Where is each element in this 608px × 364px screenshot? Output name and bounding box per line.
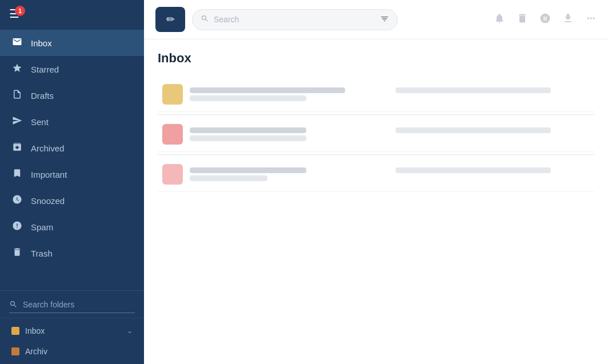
folder-item-archiv[interactable]: Archiv	[0, 341, 144, 362]
archived-label: Archived	[31, 143, 64, 153]
inbox-icon	[11, 37, 23, 49]
folder-inbox-label: Inbox	[25, 326, 45, 335]
notification-badge: 1	[15, 6, 25, 16]
snoozed-icon	[11, 194, 23, 207]
sidebar-item-trash[interactable]: Trash	[0, 240, 144, 266]
search-input[interactable]	[214, 15, 373, 24]
download-icon[interactable]	[562, 13, 574, 27]
avatar	[162, 164, 183, 185]
sidebar-item-spam[interactable]: Spam	[0, 214, 144, 240]
top-bar: ✏	[144, 0, 608, 39]
important-label: Important	[31, 170, 67, 179]
email-meta	[190, 127, 590, 141]
drafts-label: Drafts	[31, 91, 54, 101]
search-bar	[192, 9, 398, 30]
chevron-down-icon: ⌄	[127, 327, 133, 335]
folder-item-inbox[interactable]: Inbox ⌄	[0, 321, 144, 341]
sidebar-item-important[interactable]: Important	[0, 161, 144, 187]
top-bar-actions	[494, 13, 597, 27]
table-row[interactable]	[158, 77, 594, 112]
compose-icon: ✏	[166, 13, 175, 26]
snoozed-label: Snoozed	[31, 196, 65, 206]
avatar	[162, 124, 183, 145]
search-folders-container	[0, 290, 144, 318]
starred-label: Starred	[31, 65, 59, 74]
sidebar-item-archived[interactable]: Archived	[0, 135, 144, 161]
sidebar-item-drafts[interactable]: Drafts	[0, 82, 144, 109]
email-sender	[190, 127, 306, 133]
search-folders-wrapper	[9, 297, 135, 313]
inbox-content: Inbox	[144, 39, 608, 364]
search-folders-input[interactable]	[9, 297, 135, 313]
sidebar-item-snoozed[interactable]: Snoozed	[0, 187, 144, 214]
email-meta	[190, 87, 590, 101]
inbox-label: Inbox	[31, 38, 52, 48]
main-content: ✏	[144, 0, 608, 364]
email-sender	[190, 167, 306, 173]
folder-item-archiv-left: Archiv	[11, 347, 47, 356]
spam-label: Spam	[31, 222, 53, 232]
folder-archiv-label: Archiv	[25, 347, 47, 356]
sent-label: Sent	[31, 117, 49, 127]
avatar	[162, 84, 183, 105]
email-date	[395, 127, 551, 133]
filter-icon[interactable]	[380, 14, 389, 25]
trash-label: Trash	[31, 249, 53, 258]
archive-action-icon[interactable]	[517, 13, 528, 27]
email-subject	[190, 135, 306, 141]
compose-button[interactable]: ✏	[155, 7, 185, 32]
important-icon	[11, 168, 23, 181]
trash-icon	[11, 247, 23, 259]
nav-items: Inbox Starred Drafts Sent	[0, 27, 144, 290]
table-row[interactable]	[158, 157, 594, 192]
folder-color-archiv	[11, 347, 19, 355]
email-subject	[190, 95, 306, 101]
sidebar-item-starred[interactable]: Starred	[0, 56, 144, 82]
bell-icon[interactable]	[494, 13, 505, 27]
archived-icon	[11, 142, 23, 154]
sent-icon	[11, 115, 23, 128]
search-icon	[201, 14, 209, 25]
spam-icon	[11, 221, 23, 233]
email-list	[158, 77, 594, 192]
sidebar: ☰ 1 Inbox Starred Drafts	[0, 0, 144, 364]
drafts-icon	[11, 89, 23, 102]
folder-color-inbox	[11, 327, 19, 335]
folder-item-left: Inbox	[11, 326, 45, 335]
more-icon[interactable]	[585, 13, 597, 27]
table-row[interactable]	[158, 117, 594, 152]
email-date	[395, 167, 551, 173]
folder-section: Inbox ⌄ Archiv	[0, 318, 144, 364]
sidebar-header: ☰ 1	[0, 0, 144, 27]
page-title: Inbox	[158, 51, 594, 66]
star-icon	[11, 63, 23, 75]
divider	[158, 114, 594, 115]
sidebar-item-inbox[interactable]: Inbox	[0, 30, 144, 56]
block-icon[interactable]	[539, 13, 551, 27]
email-subject	[190, 175, 267, 181]
email-date	[395, 87, 551, 93]
sidebar-item-sent[interactable]: Sent	[0, 109, 144, 135]
divider	[158, 154, 594, 155]
email-sender	[190, 87, 345, 93]
email-meta	[190, 167, 590, 181]
